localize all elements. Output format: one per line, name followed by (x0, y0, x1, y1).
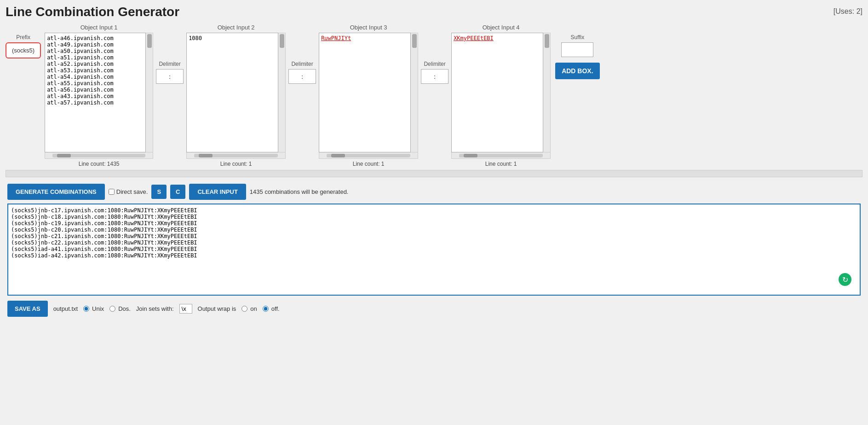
main-hscrollbar[interactable] (6, 170, 862, 177)
output-textarea[interactable]: (socks5)jnb-c17.ipvanish.com:1080:RuwPNJ… (7, 204, 861, 296)
wrap-off-radio[interactable] (263, 306, 269, 312)
object-input-textarea-4[interactable]: XKmyPEEEtEBI (451, 33, 543, 152)
unix-radio-group: Unix (83, 305, 104, 312)
unix-radio[interactable] (83, 306, 89, 312)
s-button[interactable]: S (151, 185, 167, 199)
object-input-label-2: Object Input 2 (218, 24, 255, 31)
wrap-on-radio-group: on (241, 305, 257, 312)
page-title: Line Combination Generator (6, 5, 179, 19)
combinations-text: 1435 combinations will be generated. (250, 188, 349, 195)
delimiter-area-2: Delimiter (288, 61, 316, 84)
wrap-off-label: off. (271, 305, 280, 312)
generate-button[interactable]: GENERATE COMBINATIONS (7, 184, 105, 200)
scrollbar-2[interactable] (278, 33, 286, 152)
object-input-textarea-2[interactable]: 1080 (186, 33, 278, 152)
join-sets-label: Join sets with: (136, 305, 174, 312)
delimiter-label-1: Delimiter (159, 61, 180, 67)
save-as-button[interactable]: SAVE AS (7, 301, 48, 317)
line-count-2: Line count: 1 (220, 161, 252, 167)
refresh-icon[interactable]: ↻ (839, 273, 851, 286)
hscrollbar-4[interactable] (451, 152, 551, 159)
object-input-col-3: Object Input 3 RuwPNJIYt Line count: 1 (319, 24, 418, 167)
line-count-4: Line count: 1 (485, 161, 517, 167)
unix-label: Unix (92, 305, 104, 312)
line-count-1: Line count: 1435 (79, 161, 120, 167)
wrap-off-radio-group: off. (263, 305, 280, 312)
dos-radio[interactable] (109, 306, 115, 312)
uses-counter: [Uses: 2] (834, 5, 862, 16)
output-filename: output.txt (53, 305, 78, 312)
delimiter-area-1: Delimiter (156, 61, 184, 84)
dos-radio-group: Dos. (109, 305, 131, 312)
scrollbar-3[interactable] (411, 33, 418, 152)
add-box-button[interactable]: ADD BOX. (555, 63, 599, 79)
suffix-area: Suffix ADD BOX. (555, 34, 599, 79)
scrollbar-4[interactable] (543, 33, 551, 152)
dos-label: Dos. (118, 305, 131, 312)
join-sets-input[interactable] (179, 304, 192, 314)
prefix-area: Prefix (socks5) (6, 34, 41, 58)
delimiter-input-1[interactable] (156, 69, 184, 84)
output-wrap-label: Output wrap is (198, 305, 236, 312)
output-area: (socks5)jnb-c17.ipvanish.com:1080:RuwPNJ… (7, 204, 861, 297)
object-input-textarea-1[interactable]: atl-a46.ipvanish.com atl-a49.ipvanish.co… (45, 33, 146, 152)
bottom-bar: SAVE AS output.txt Unix Dos. Join sets w… (6, 297, 862, 320)
wrap-on-radio[interactable] (241, 306, 247, 312)
c-button[interactable]: C (170, 185, 185, 199)
object-input-col-1: Object Input 1 atl-a46.ipvanish.com atl-… (45, 24, 153, 167)
line-count-3: Line count: 1 (353, 161, 385, 167)
object-input-textarea-3[interactable]: RuwPNJIYt (319, 33, 411, 152)
object-input-label-1: Object Input 1 (80, 24, 118, 31)
hscrollbar-3[interactable] (319, 152, 418, 159)
prefix-box[interactable]: (socks5) (6, 42, 41, 58)
suffix-input[interactable] (561, 42, 593, 57)
object-input-col-4: Object Input 4 XKmyPEEEtEBI Line count: … (451, 24, 551, 167)
suffix-label: Suffix (570, 34, 584, 41)
object-input-label-4: Object Input 4 (483, 24, 520, 31)
delimiter-label-2: Delimiter (291, 61, 313, 67)
clear-input-button[interactable]: CLEAR INPUT (189, 184, 246, 200)
hscrollbar-1[interactable] (45, 152, 153, 159)
hscrollbar-2[interactable] (186, 152, 286, 159)
object-input-label-3: Object Input 3 (350, 24, 387, 31)
direct-save-label[interactable]: Direct save. (109, 188, 148, 195)
direct-save-checkbox[interactable] (109, 189, 115, 195)
wrap-on-label: on (250, 305, 257, 312)
delimiter-area-3: Delimiter (421, 61, 448, 84)
delimiter-input-2[interactable] (288, 69, 316, 84)
delimiter-label-3: Delimiter (424, 61, 445, 67)
prefix-label: Prefix (16, 34, 30, 41)
object-input-col-2: Object Input 2 1080 Line count: 1 (186, 24, 286, 167)
delimiter-input-3[interactable] (421, 69, 448, 84)
scrollbar-1[interactable] (146, 33, 153, 152)
toolbar: GENERATE COMBINATIONS Direct save. S C C… (6, 180, 862, 204)
